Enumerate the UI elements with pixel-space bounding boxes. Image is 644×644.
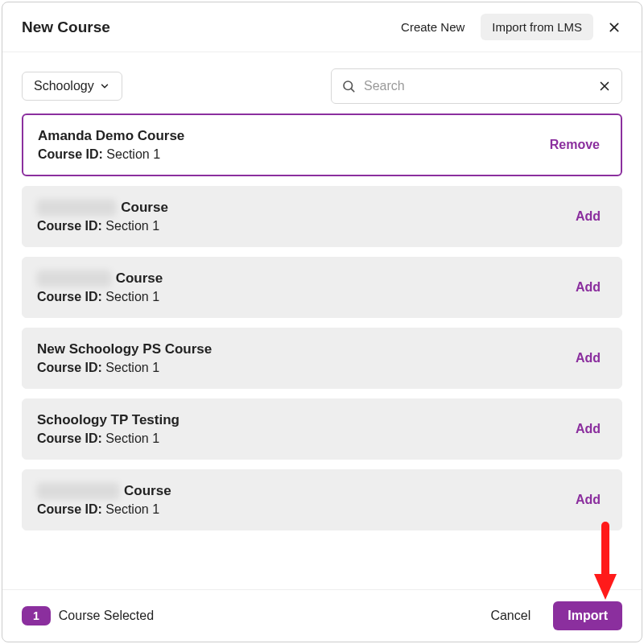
course-title-text: New Schoology PS Course <box>37 341 212 357</box>
course-subtitle: Course ID: Section 1 <box>37 290 163 304</box>
course-info: Betsy Demo CourseCourse ID: Section 1 <box>37 200 168 233</box>
course-info: Amanda Demo CourseCourse ID: Section 1 <box>38 128 184 162</box>
course-list: Amanda Demo CourseCourse ID: Section 1Re… <box>2 114 642 589</box>
filter-bar: Schoology <box>2 52 642 114</box>
course-title-text: Amanda Demo Course <box>38 128 184 144</box>
course-id-value: Section 1 <box>102 502 159 516</box>
add-button[interactable]: Add <box>569 489 607 510</box>
course-subtitle: Course ID: Section 1 <box>38 147 184 162</box>
redacted-text: Betsy Demo <box>37 200 116 216</box>
close-icon <box>608 21 621 34</box>
course-title-rest: Course <box>116 270 163 287</box>
add-button[interactable]: Add <box>569 277 607 298</box>
course-title: Betsy Demo Course <box>37 200 168 216</box>
selected-count-text: Course Selected <box>59 609 154 623</box>
import-button[interactable]: Import <box>553 601 622 630</box>
course-id-value: Section 1 <box>103 147 160 161</box>
remove-button[interactable]: Remove <box>543 134 606 155</box>
course-title: Stacie Demo Course <box>37 483 171 499</box>
new-course-modal: New Course Create New Import from LMS Sc… <box>2 2 642 642</box>
course-id-label: Course ID: <box>37 502 102 516</box>
search-icon <box>341 79 356 93</box>
course-card: Stacie Demo CourseCourse ID: Section 1Ad… <box>22 469 622 530</box>
chevron-down-icon <box>99 80 110 92</box>
modal-footer: 1 Course Selected Cancel Import <box>2 589 642 642</box>
course-subtitle: Course ID: Section 1 <box>37 219 168 233</box>
modal-header: New Course Create New Import from LMS <box>2 2 642 52</box>
add-button[interactable]: Add <box>569 348 607 369</box>
course-card: New Schoology PS CourseCourse ID: Sectio… <box>22 328 622 389</box>
course-title: Schoology TP Testing <box>37 412 180 428</box>
course-title-rest: Course <box>124 483 171 499</box>
course-title: Mary Demo Course <box>37 270 163 287</box>
course-subtitle: Course ID: Section 1 <box>37 361 212 375</box>
course-id-label: Course ID: <box>37 290 102 303</box>
lms-source-dropdown[interactable]: Schoology <box>22 72 122 101</box>
course-id-label: Course ID: <box>37 361 102 374</box>
course-card: Amanda Demo CourseCourse ID: Section 1Re… <box>22 114 622 176</box>
search-field[interactable] <box>331 68 622 104</box>
course-subtitle: Course ID: Section 1 <box>37 502 171 517</box>
header-tabs: Create New Import from LMS <box>390 14 625 40</box>
redacted-text: Mary Demo <box>37 270 111 287</box>
course-subtitle: Course ID: Section 1 <box>37 431 180 446</box>
course-id-value: Section 1 <box>102 290 159 303</box>
selected-count-badge: 1 <box>22 606 51 625</box>
course-id-value: Section 1 <box>102 219 159 233</box>
course-title-text: Schoology TP Testing <box>37 412 180 428</box>
course-id-value: Section 1 <box>102 361 159 374</box>
course-id-label: Course ID: <box>37 219 102 233</box>
modal-title: New Course <box>22 19 110 36</box>
course-title: New Schoology PS Course <box>37 341 212 357</box>
cancel-button[interactable]: Cancel <box>476 601 545 630</box>
add-button[interactable]: Add <box>569 419 607 440</box>
course-card: Schoology TP TestingCourse ID: Section 1… <box>22 398 622 460</box>
tab-import-from-lms[interactable]: Import from LMS <box>481 14 593 40</box>
dropdown-label: Schoology <box>34 79 94 93</box>
course-title-rest: Course <box>121 200 168 216</box>
clear-search-icon[interactable] <box>597 79 612 93</box>
add-button[interactable]: Add <box>569 206 607 227</box>
redacted-text: Stacie Demo <box>37 483 119 499</box>
course-card: Betsy Demo CourseCourse ID: Section 1Add <box>22 186 622 247</box>
course-info: Mary Demo CourseCourse ID: Section 1 <box>37 270 163 304</box>
course-title: Amanda Demo Course <box>38 128 184 144</box>
course-info: Schoology TP TestingCourse ID: Section 1 <box>37 412 180 446</box>
course-id-label: Course ID: <box>37 431 102 445</box>
course-id-label: Course ID: <box>38 147 103 161</box>
course-info: Stacie Demo CourseCourse ID: Section 1 <box>37 483 171 517</box>
search-input[interactable] <box>364 79 589 93</box>
course-card: Mary Demo CourseCourse ID: Section 1Add <box>22 257 622 318</box>
tab-create-new[interactable]: Create New <box>390 14 476 40</box>
svg-line-3 <box>351 89 353 91</box>
course-id-value: Section 1 <box>102 431 159 445</box>
course-info: New Schoology PS CourseCourse ID: Sectio… <box>37 341 212 375</box>
close-button[interactable] <box>603 16 625 39</box>
